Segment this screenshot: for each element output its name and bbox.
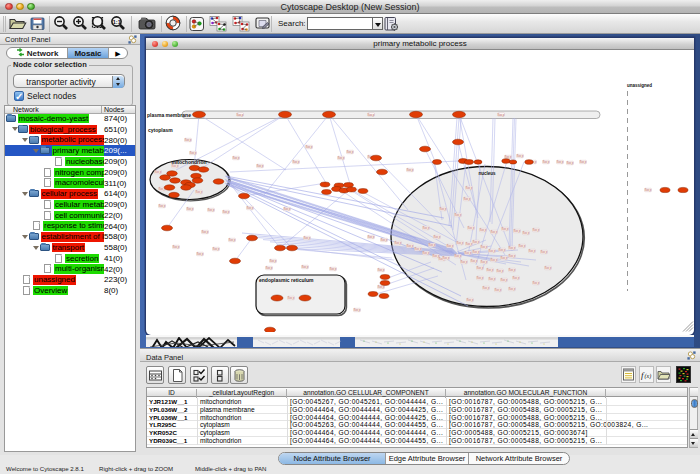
svg-text:Sxx p: Sxx p: [190, 151, 197, 155]
svg-text:Sxx p: Sxx p: [498, 113, 505, 117]
svg-text:Sxx p: Sxx p: [293, 160, 300, 164]
svg-text:Sxx p: Sxx p: [580, 160, 587, 164]
svg-text:Sxx p: Sxx p: [487, 268, 494, 272]
svg-text:Sxx p: Sxx p: [173, 245, 180, 249]
svg-text:Sxx p: Sxx p: [407, 168, 414, 172]
svg-text:Sxx p: Sxx p: [455, 213, 462, 217]
svg-text:Sxx p: Sxx p: [395, 241, 402, 245]
svg-text:Sxx p: Sxx p: [473, 240, 480, 244]
svg-text:Sxx p: Sxx p: [429, 243, 436, 247]
svg-text:Sxx p: Sxx p: [466, 242, 473, 246]
svg-text:Sxx p: Sxx p: [229, 238, 236, 242]
svg-text:Sxx p: Sxx p: [381, 238, 388, 242]
svg-text:(x): (x): [645, 373, 652, 380]
svg-text:Sxx p: Sxx p: [513, 276, 520, 280]
svg-text:Sxx p: Sxx p: [338, 156, 345, 160]
svg-text:Sxx p: Sxx p: [501, 278, 508, 282]
svg-text:Sxx p: Sxx p: [502, 227, 509, 231]
svg-text:Sxx p: Sxx p: [509, 254, 516, 258]
svg-text:Sxx p: Sxx p: [495, 288, 502, 292]
svg-text:Sxx p: Sxx p: [457, 241, 464, 245]
svg-text:Sxx p: Sxx p: [270, 259, 277, 263]
svg-text:Sxx p: Sxx p: [330, 267, 337, 271]
svg-text:Sxx p: Sxx p: [187, 207, 194, 211]
svg-text:1:1: 1:1: [113, 19, 121, 25]
svg-text:Sxx p: Sxx p: [237, 113, 244, 117]
svg-text:Sxx p: Sxx p: [185, 138, 192, 142]
svg-text:plasma membrane: plasma membrane: [147, 112, 191, 118]
svg-text:Sxx p: Sxx p: [159, 204, 166, 208]
svg-text:Sxx p: Sxx p: [509, 287, 516, 291]
svg-text:Sxx p: Sxx p: [208, 208, 215, 212]
svg-text:Sxx p: Sxx p: [423, 226, 430, 230]
svg-text:Sxx p: Sxx p: [545, 266, 552, 270]
svg-text:Sxx p: Sxx p: [523, 231, 530, 235]
svg-text:Sxx p: Sxx p: [533, 281, 540, 285]
svg-text:Sxx p: Sxx p: [368, 235, 375, 239]
svg-text:Sxx p: Sxx p: [257, 164, 264, 168]
svg-text:Sxx p: Sxx p: [481, 245, 488, 249]
svg-text:Sxx p: Sxx p: [223, 210, 230, 214]
svg-text:Sxx p: Sxx p: [464, 197, 471, 201]
svg-text:Sxx p: Sxx p: [378, 268, 385, 272]
svg-text:Sxx p: Sxx p: [288, 296, 295, 300]
svg-text:Sxx p: Sxx p: [304, 236, 311, 240]
svg-text:Sxx p: Sxx p: [509, 268, 516, 272]
svg-text:Sxx p: Sxx p: [196, 190, 203, 194]
svg-text:Sxx p: Sxx p: [481, 260, 488, 264]
svg-text:Sxx p: Sxx p: [247, 206, 254, 210]
svg-text:Sxx p: Sxx p: [499, 248, 506, 252]
svg-text:Sxx p: Sxx p: [491, 258, 498, 262]
svg-text:Sxx p: Sxx p: [447, 244, 454, 248]
svg-text:Sxx p: Sxx p: [517, 154, 524, 158]
svg-text:Sxx p: Sxx p: [473, 250, 480, 254]
svg-text:Sxx p: Sxx p: [483, 286, 490, 290]
svg-text:Sxx p: Sxx p: [378, 285, 385, 289]
svg-text:Sxx p: Sxx p: [645, 188, 652, 192]
svg-text:Sxx p: Sxx p: [497, 269, 504, 273]
svg-text:Sxx p: Sxx p: [155, 170, 162, 174]
svg-text:Sxx p: Sxx p: [197, 252, 204, 256]
svg-text:Sxx p: Sxx p: [489, 249, 496, 253]
svg-text:Sxx p: Sxx p: [465, 251, 472, 255]
svg-text:Sxx p: Sxx p: [519, 244, 526, 248]
svg-text:Sxx p: Sxx p: [213, 247, 220, 251]
svg-text:Sxx p: Sxx p: [455, 254, 462, 258]
svg-text:Sxx p: Sxx p: [368, 113, 375, 117]
svg-text:Sxx p: Sxx p: [347, 150, 354, 154]
svg-text:Sxx p: Sxx p: [557, 160, 564, 164]
svg-text:Sxx p: Sxx p: [514, 229, 521, 233]
svg-text:Sxx p: Sxx p: [467, 298, 474, 302]
svg-text:Sxx p: Sxx p: [440, 207, 447, 211]
svg-text:Sxx p: Sxx p: [491, 230, 498, 234]
svg-text:Sxx p: Sxx p: [477, 276, 484, 280]
svg-text:Sxx p: Sxx p: [501, 256, 508, 260]
svg-text:Sxx p: Sxx p: [509, 246, 516, 250]
svg-text:unassigned: unassigned: [627, 83, 652, 88]
svg-text:Sxx p: Sxx p: [477, 266, 484, 270]
svg-text:Sxx p: Sxx p: [543, 160, 550, 164]
svg-text:Sxx p: Sxx p: [466, 186, 473, 190]
svg-text:Sxx p: Sxx p: [541, 250, 548, 254]
svg-text:Sxx p: Sxx p: [443, 256, 450, 260]
svg-text:Sxx p: Sxx p: [266, 266, 273, 270]
svg-text:Sxx p: Sxx p: [415, 247, 422, 251]
svg-text:Sxx p: Sxx p: [233, 156, 240, 160]
svg-text:Sxx p: Sxx p: [302, 265, 309, 269]
svg-text:mitochondrion: mitochondrion: [172, 159, 207, 165]
svg-text:Sxx p: Sxx p: [567, 161, 574, 165]
svg-text:Sxx p: Sxx p: [533, 228, 540, 232]
svg-text:Sxx p: Sxx p: [202, 230, 209, 234]
svg-text:Sxx p: Sxx p: [354, 308, 361, 312]
svg-text:Sxx p: Sxx p: [306, 145, 313, 149]
svg-text:Sxx p: Sxx p: [461, 260, 468, 264]
svg-text:nucleus: nucleus: [478, 171, 496, 176]
svg-text:Sxx p: Sxx p: [468, 226, 475, 230]
svg-text:Sxx p: Sxx p: [529, 249, 536, 253]
svg-text:Sxx p: Sxx p: [471, 259, 478, 263]
svg-text:Sxx p: Sxx p: [480, 228, 487, 232]
svg-text:Sxx p: Sxx p: [423, 251, 430, 255]
svg-text:Sxx p: Sxx p: [489, 277, 496, 281]
svg-text:cytoplasm: cytoplasm: [148, 127, 173, 133]
svg-text:Sxx p: Sxx p: [284, 207, 291, 211]
